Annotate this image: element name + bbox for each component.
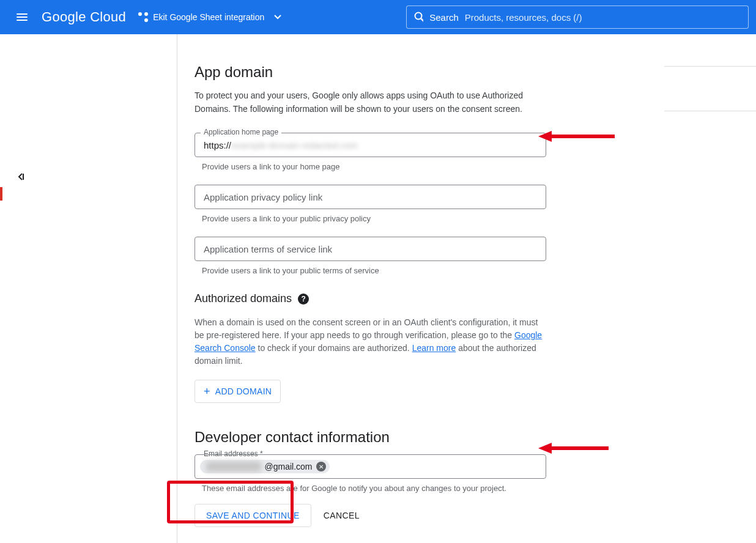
home-page-helper: Provide users a link to your home page <box>202 162 650 171</box>
email-addresses-input[interactable]: redactedname@gmail.com ✕ <box>195 454 546 479</box>
chevron-left-icon <box>17 172 26 181</box>
chevron-down-icon <box>274 15 281 20</box>
google-cloud-logo[interactable]: Google Cloud <box>42 9 126 25</box>
logo-word-1: Google <box>42 9 86 24</box>
home-page-label: Application home page <box>201 128 281 136</box>
learn-more-link[interactable]: Learn more <box>412 343 456 353</box>
email-blurred-prefix: redactedname <box>206 462 261 471</box>
email-field-wrapper: Email addresses * redactedname@gmail.com… <box>195 454 650 479</box>
sidebar <box>0 34 177 543</box>
action-buttons-row: SAVE AND CONTINUE CANCEL <box>195 504 650 527</box>
email-helper: These email addresses are for Google to … <box>202 484 650 493</box>
auth-desc-part-1: When a domain is used on the consent scr… <box>195 317 538 340</box>
search-box[interactable]: Search <box>406 6 749 29</box>
app-domain-heading: App domain <box>195 64 650 81</box>
authorized-domains-heading-row: Authorized domains ? <box>195 292 650 305</box>
authorized-domains-description: When a domain is used on the consent scr… <box>195 316 546 368</box>
developer-contact-section: Developer contact information <box>195 429 650 446</box>
sidebar-active-indicator <box>0 187 2 201</box>
add-domain-label: ADD DOMAIN <box>215 386 272 396</box>
main-content: App domain To protect you and your users… <box>177 34 667 543</box>
home-page-field-wrapper: Application home page https://example-do… <box>195 133 650 157</box>
tos-input[interactable] <box>195 237 546 261</box>
tos-field-wrapper <box>195 237 650 261</box>
app-domain-description: To protect you and your users, Google on… <box>195 89 546 116</box>
logo-word-2: Cloud <box>86 9 126 24</box>
remove-chip-icon[interactable]: ✕ <box>316 462 326 471</box>
hamburger-icon <box>17 13 28 21</box>
app-header: Google Cloud Ekit Google Sheet integrati… <box>0 0 756 34</box>
project-selector[interactable]: Ekit Google Sheet integration <box>138 12 281 22</box>
home-page-input[interactable]: https://example-domain-redacted.com <box>195 133 546 157</box>
search-label: Search <box>429 12 459 23</box>
privacy-policy-input[interactable] <box>195 185 546 209</box>
email-suffix: @gmail.com <box>265 462 313 471</box>
menu-button[interactable] <box>7 2 37 32</box>
save-and-continue-button[interactable]: SAVE AND CONTINUE <box>195 504 311 527</box>
cancel-button[interactable]: CANCEL <box>324 511 360 520</box>
main-layout: App domain To protect you and your users… <box>0 34 756 543</box>
authorized-domains-heading: Authorized domains <box>195 292 292 305</box>
email-chip: redactedname@gmail.com ✕ <box>200 460 330 473</box>
privacy-field-wrapper <box>195 185 650 209</box>
home-page-blurred-value: example-domain-redacted.com <box>231 140 358 150</box>
right-panel-dividers <box>664 66 756 155</box>
developer-contact-heading: Developer contact information <box>195 429 650 446</box>
privacy-helper: Provide users a link to your public priv… <box>202 214 650 223</box>
home-page-prefix: https:// <box>204 140 231 150</box>
auth-desc-part-2: to check if your domains are authorized. <box>256 343 412 353</box>
project-name: Ekit Google Sheet integration <box>153 12 264 22</box>
plus-icon: + <box>204 386 210 397</box>
svg-point-0 <box>415 13 422 20</box>
svg-line-1 <box>421 19 424 22</box>
collapse-sidebar-button[interactable] <box>17 172 26 183</box>
search-input[interactable] <box>465 12 741 23</box>
add-domain-button[interactable]: + ADD DOMAIN <box>195 380 281 403</box>
search-icon <box>414 12 423 23</box>
project-icon <box>138 12 148 22</box>
tos-helper: Provide users a link to your public term… <box>202 266 650 275</box>
help-icon[interactable]: ? <box>298 294 309 305</box>
